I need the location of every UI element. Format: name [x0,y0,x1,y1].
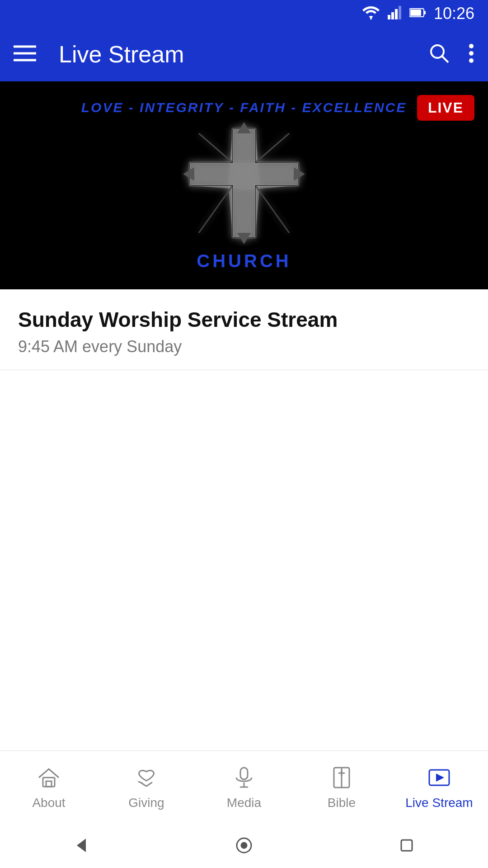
android-nav-bar [0,823,488,868]
nav-label-livestream: Live Stream [405,796,473,810]
svg-marker-22 [183,167,194,181]
svg-rect-42 [401,840,412,851]
stream-title: Sunday Worship Service Stream [18,307,470,332]
bottom-nav: About Giving Media [0,750,488,823]
svg-rect-28 [43,778,55,787]
svg-rect-3 [395,9,398,19]
status-bar: 10:26 [0,0,488,27]
nav-label-giving: Giving [128,796,164,810]
svg-line-24 [199,133,233,163]
battery-icon [409,7,426,20]
svg-rect-7 [424,11,426,14]
svg-rect-1 [388,15,390,19]
nav-item-livestream[interactable]: Live Stream [390,764,488,810]
svg-point-0 [370,18,372,19]
more-options-icon[interactable] [468,42,474,66]
play-circle-icon [426,764,453,791]
live-badge: LIVE [417,95,474,121]
home-button[interactable] [230,832,258,859]
svg-rect-30 [240,768,248,779]
video-player[interactable]: LOVE - INTEGRITY - FAITH - EXCELLENCE [0,81,488,289]
mic-icon [230,764,258,791]
search-icon[interactable] [428,42,450,66]
signal-icon [388,6,401,21]
church-name: CHURCH [197,251,291,271]
nav-label-about: About [32,796,65,810]
recents-button[interactable] [393,832,420,859]
svg-rect-4 [399,6,401,19]
svg-point-11 [431,45,444,58]
page-title: Live Stream [59,41,415,68]
back-button[interactable] [68,832,95,859]
svg-point-13 [469,44,474,48]
cross-icon [181,120,307,246]
svg-line-12 [442,56,448,62]
church-logo: LOVE - INTEGRITY - FAITH - EXCELLENCE [0,81,488,289]
home-icon [35,764,62,791]
svg-marker-20 [237,122,251,133]
stream-info: Sunday Worship Service Stream 9:45 AM ev… [0,289,488,370]
status-icons: 10:26 [362,4,474,23]
svg-rect-2 [391,12,394,19]
app-bar: Live Stream [0,27,488,81]
svg-marker-38 [436,774,444,782]
stream-schedule: 9:45 AM every Sunday [18,337,470,356]
empty-content-area [0,370,488,732]
hamburger-menu-icon[interactable] [14,44,36,64]
wifi-icon [362,6,380,21]
nav-label-bible: Bible [328,796,356,810]
giving-icon [133,764,160,791]
nav-item-media[interactable]: Media [195,764,293,810]
status-time: 10:26 [434,4,474,23]
svg-line-27 [255,185,289,233]
svg-rect-6 [410,9,421,16]
nav-label-media: Media [227,796,261,810]
nav-item-giving[interactable]: Giving [98,764,195,810]
svg-point-41 [241,843,247,848]
svg-marker-21 [237,233,251,244]
svg-point-15 [469,58,474,63]
app-bar-actions [428,42,474,66]
nav-item-bible[interactable]: Bible [293,764,390,810]
svg-rect-29 [46,781,52,787]
svg-line-26 [199,185,233,233]
svg-point-14 [469,51,474,56]
svg-marker-23 [294,167,305,181]
svg-marker-39 [77,839,86,852]
nav-item-about[interactable]: About [0,764,98,810]
svg-line-25 [255,133,289,163]
bible-icon [328,764,355,791]
church-tagline: LOVE - INTEGRITY - FAITH - EXCELLENCE [81,100,407,115]
